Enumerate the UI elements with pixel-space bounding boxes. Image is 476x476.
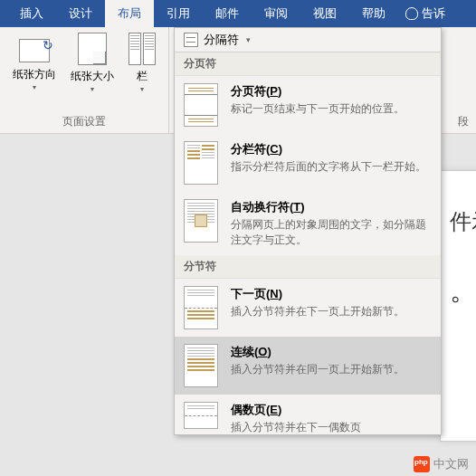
menu-item-continuous[interactable]: 连续(O) 插入分节符并在同一页上开始新节。: [175, 337, 441, 395]
section-header-page-breaks: 分页符: [175, 52, 441, 76]
document-page[interactable]: 件示 。: [440, 170, 476, 442]
text-wrap-icon: [184, 199, 218, 243]
chevron-down-icon: ▾: [33, 83, 36, 91]
lightbulb-icon: [405, 7, 418, 20]
menu-item-next-page[interactable]: 下一页(N) 插入分节符并在下一页上开始新节。: [175, 279, 441, 337]
rotate-arrow-icon: ↻: [43, 38, 53, 52]
columns-button[interactable]: 栏 ▾: [123, 31, 161, 95]
group-label: 页面设置: [7, 112, 161, 131]
breaks-icon: [184, 33, 198, 47]
group-page-setup: ↻ 纸张方向 ▾ 纸张大小 ▾ 栏 ▾ 页面设置: [0, 27, 169, 133]
page-break-icon: [184, 83, 218, 127]
breaks-dropdown: 分隔符 ▾ 分页符 分页符(P) 标记一页结束与下一页开始的位置。 分栏符(C)…: [174, 27, 442, 435]
orientation-button[interactable]: ↻ 纸张方向 ▾: [7, 31, 62, 93]
tab-design[interactable]: 设计: [56, 0, 105, 27]
ribbon-tabs: 插入 设计 布局 引用 邮件 审阅 视图 帮助 告诉: [0, 0, 476, 27]
php-logo-icon: [414, 456, 430, 472]
watermark: 中文网: [414, 456, 469, 472]
menu-item-page-break[interactable]: 分页符(P) 标记一页结束与下一页开始的位置。: [175, 76, 441, 134]
chevron-down-icon: ▾: [246, 35, 251, 44]
columns-icon: [129, 33, 156, 65]
breaks-button-open[interactable]: 分隔符 ▾: [175, 28, 441, 52]
column-break-icon: [184, 141, 218, 185]
size-button[interactable]: 纸张大小 ▾: [65, 31, 119, 95]
tell-me-search[interactable]: 告诉: [405, 0, 445, 27]
page-size-icon: [78, 33, 107, 65]
even-page-icon: [184, 402, 218, 429]
chevron-down-icon: ▾: [140, 85, 144, 93]
menu-item-column-break[interactable]: 分栏符(C) 指示分栏符后面的文字将从下一栏开始。: [175, 134, 441, 192]
tab-reference[interactable]: 引用: [154, 0, 203, 27]
continuous-icon: [184, 344, 218, 387]
tab-mail[interactable]: 邮件: [203, 0, 252, 27]
tab-layout[interactable]: 布局: [105, 0, 154, 27]
chevron-down-icon: ▾: [90, 85, 94, 93]
section-header-section-breaks: 分节符: [175, 255, 441, 279]
menu-item-even-page[interactable]: 偶数页(E) 插入分节符并在下一偶数页: [175, 395, 441, 435]
tab-insert[interactable]: 插入: [7, 0, 56, 27]
tab-review[interactable]: 审阅: [252, 0, 300, 27]
tab-view[interactable]: 视图: [300, 0, 349, 27]
tab-help[interactable]: 帮助: [349, 0, 398, 27]
menu-item-text-wrap[interactable]: 自动换行符(T) 分隔网页上的对象周围的文字，如分隔题注文字与正文。: [175, 192, 441, 255]
next-page-icon: [184, 286, 218, 329]
